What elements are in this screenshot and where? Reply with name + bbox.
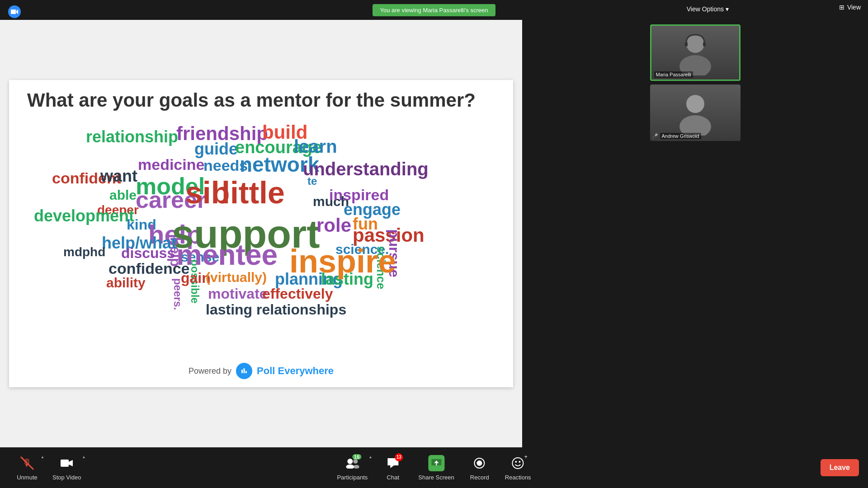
svg-point-22 <box>515 461 517 463</box>
chat-icon: 13 <box>385 455 401 471</box>
chat-badge: 13 <box>395 453 403 461</box>
reactions-label: Reactions <box>505 474 531 481</box>
word-medicine: medicine <box>138 156 204 174</box>
unmute-button[interactable]: 🎙 Unmute ▲ <box>9 451 45 484</box>
svg-rect-12 <box>61 460 69 467</box>
record-label: Record <box>470 474 489 481</box>
word-development: development <box>34 206 134 225</box>
poll-everywhere-logo <box>236 363 252 379</box>
svg-point-14 <box>346 465 354 469</box>
word-little: little <box>222 175 285 210</box>
word-motivate: motivate <box>208 286 268 302</box>
svg-point-20 <box>477 460 482 466</box>
slide-title: What are your goals as a mentor for the … <box>27 89 495 112</box>
top-bar: You are viewing Maria Passarelli's scree… <box>0 0 868 20</box>
video-panel-andrew: 🎤 Andrew Griswold <box>650 84 741 141</box>
andrew-mic-muted-icon: 🎤 <box>652 133 658 139</box>
share-screen-icon <box>428 455 444 471</box>
camera-icon <box>59 455 75 471</box>
word-cloud: relationship friendship build guide enco… <box>27 116 495 359</box>
word-able: able <box>109 188 137 203</box>
share-screen-label: Share Screen <box>418 474 454 481</box>
view-button[interactable]: ⊞ View <box>839 4 861 11</box>
word-inspire: inspire <box>289 243 396 280</box>
reactions-icon: + <box>510 455 526 471</box>
zoom-logo <box>7 5 22 21</box>
svg-rect-3 <box>244 368 245 373</box>
view-label: View <box>847 4 861 11</box>
record-icon <box>472 455 488 471</box>
word-mentee: mentee <box>176 238 278 272</box>
participants-icon: 16 <box>344 455 360 471</box>
view-options-button[interactable]: View Options ▾ <box>683 4 732 14</box>
chat-label: Chat <box>387 474 399 481</box>
unmute-chevron: ▲ <box>41 455 44 459</box>
svg-point-16 <box>353 465 359 469</box>
toolbar-center: 16 Participants ▲ 13 Chat Share <box>331 451 536 484</box>
svg-rect-2 <box>241 370 243 373</box>
word-lasting-relationships: lasting relationships <box>206 301 346 318</box>
viewing-banner: You are viewing Maria Passarelli's scree… <box>373 4 495 16</box>
video-panels: Maria Passarelli 🎤 Andrew Griswold <box>522 20 868 447</box>
word-effectively: effectively <box>262 286 333 302</box>
maria-name-label: Maria Passarelli <box>654 71 693 78</box>
word-understanding: understanding <box>303 159 429 179</box>
grid-icon: ⊞ <box>839 4 844 11</box>
stop-video-button[interactable]: Stop Video ▲ <box>47 451 86 484</box>
chevron-down-icon: ▾ <box>726 5 729 13</box>
word-engage: engage <box>344 200 401 219</box>
svg-line-11 <box>21 457 33 469</box>
word-relationship: relationship <box>86 127 178 146</box>
powered-by-text: Powered by <box>189 366 231 376</box>
svg-rect-8 <box>703 42 706 47</box>
mic-muted-icon: 🎙 <box>19 455 35 471</box>
poll-everywhere-text: Poll Everywhere <box>257 365 334 377</box>
svg-point-15 <box>353 459 358 464</box>
word-virtually: (virtually) <box>206 270 267 285</box>
participants-label: Participants <box>337 474 368 481</box>
word-te: te <box>307 175 317 188</box>
word-discuss: discuss <box>121 245 175 262</box>
toolbar-right: Leave <box>821 459 859 476</box>
svg-point-9 <box>686 95 704 113</box>
slide-footer: Powered by Poll Everywhere <box>27 359 495 383</box>
stop-video-label: Stop Video <box>52 474 81 481</box>
share-screen-button[interactable]: Share Screen <box>413 451 460 484</box>
svg-rect-7 <box>685 42 688 47</box>
record-button[interactable]: Record <box>462 451 498 484</box>
chat-button[interactable]: 13 Chat <box>375 451 411 484</box>
participants-count: 16 <box>352 454 361 460</box>
svg-point-5 <box>686 35 704 53</box>
participants-chevron: ▲ <box>368 455 372 459</box>
presentation-slide: What are your goals as a mentor for the … <box>9 80 513 387</box>
word-mdphd: mdphd <box>63 245 105 259</box>
word-want: want <box>100 167 137 186</box>
word-ability: ability <box>106 275 146 291</box>
toolbar: 🎙 Unmute ▲ Stop Video ▲ <box>0 447 868 488</box>
svg-point-21 <box>513 458 524 469</box>
svg-point-23 <box>519 461 521 463</box>
video-chevron: ▲ <box>82 455 85 459</box>
svg-point-13 <box>347 459 353 464</box>
unmute-label: Unmute <box>17 474 38 481</box>
main-content: What are your goals as a mentor for the … <box>0 20 522 447</box>
participants-button[interactable]: 16 Participants ▲ <box>331 451 373 484</box>
svg-rect-4 <box>245 371 247 373</box>
leave-button[interactable]: Leave <box>821 459 859 476</box>
view-options-label: View Options <box>687 5 724 13</box>
video-panel-maria: Maria Passarelli <box>650 24 741 81</box>
reactions-button[interactable]: + Reactions <box>500 451 537 484</box>
toolbar-left: 🎙 Unmute ▲ Stop Video ▲ <box>9 451 86 484</box>
svg-point-10 <box>679 115 711 136</box>
andrew-name-label: Andrew Griswold <box>660 133 701 139</box>
